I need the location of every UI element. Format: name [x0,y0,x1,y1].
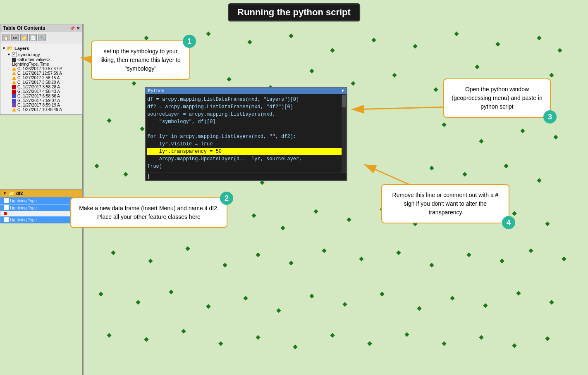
map-dot [417,306,421,311]
python-bottom-bar: | [146,173,347,180]
map-dot [545,221,550,226]
toc-symbology-layer: ▼ symbology [2,52,81,57]
python-cursor[interactable]: | [147,174,150,180]
python-line-7: lyr.visible = True [147,140,345,148]
page-title: Running the python script [237,7,351,17]
title-bar: Running the python script [228,3,360,21]
toc-layers-header: ▼ 📂 Layers [2,45,81,52]
map-dot [123,172,128,176]
python-highlighted-line: lyr.transparency = 50 [147,148,345,155]
python-content[interactable]: df = arcpy.mapping.ListDataFrames(mxd, "… [146,94,347,173]
toc-layers-label: Layers [14,46,29,51]
map-dot [94,164,99,168]
map-dot [479,335,483,339]
map-dot [144,36,148,40]
map-dot [359,256,363,261]
map-dot [495,42,500,46]
map-dot [222,263,227,267]
map-dot [557,48,562,52]
map-dot [462,172,467,176]
toc-tree: ▼ 📂 Layers ▼ symbology <all other values… [0,43,82,114]
toc-toolbar: 📋 🗂 📁 📄 🔧 [0,32,82,43]
map-dot [504,164,508,168]
callout-text-4: Remove this line or comment out with a #… [392,192,499,216]
toc-icon-4[interactable]: 📄 [29,34,37,41]
map-dot [520,128,525,133]
python-scrollbar-thumb[interactable] [342,95,346,107]
map-dot [169,290,173,294]
df2-checkbox-2[interactable] [4,205,9,210]
map-dot [218,341,223,346]
map-dot [512,211,516,216]
map-dot [380,292,384,296]
map-dot [107,333,111,337]
list-item: G, 1/27/2017 3:58:28 A [2,85,81,89]
triangle-icon-2 [12,71,16,75]
python-window[interactable]: Python ▼ df = arcpy.mapping.ListDataFram… [145,87,347,181]
map-dot [293,344,297,349]
list-item: C, 1/27/2017 10:48:49 A [2,107,81,112]
map-dot [185,246,190,251]
callout-number-2: 2 [220,192,233,205]
map-dot [549,300,554,304]
red-dot-icon [4,212,7,215]
toc-icon-2[interactable]: 🗂 [11,34,19,41]
toc-title: Table Of Contents [3,25,45,31]
map-dot [413,44,417,48]
python-line-3: sourceLayer = arcpy.mapping.ListLayers(m… [147,111,345,118]
python-line-5 [147,126,345,133]
callout-box-4: 4 Remove this line or comment out with a… [381,184,509,223]
df2-checkbox-1[interactable] [4,198,9,203]
triangle-icon-1 [12,67,16,71]
map-dot [256,252,260,257]
python-close-icon[interactable]: ▼ [341,88,344,93]
map-dot [553,135,558,139]
map-dot [206,304,210,309]
map-dot [313,209,318,214]
python-titlebar: Python ▼ [146,88,347,94]
toc-expand-icon[interactable]: ▼ [2,46,6,50]
python-title: Python [148,88,165,93]
df2-checkbox-3[interactable] [4,217,9,222]
python-scrollbar[interactable] [342,94,347,173]
python-line-10: True) [147,163,345,170]
square-icon-2 [12,90,16,94]
callout-box-3: 3 Open the python window (geoprocessing … [443,78,551,118]
map-dot [256,335,260,339]
toc-expand-icon-df2[interactable]: ▼ [3,191,7,195]
map-dot [289,261,293,265]
toc-icon-5[interactable]: 🔧 [38,34,46,41]
map-dot [276,308,281,313]
callout-box-2: 2 Make a new data frame (Insert Menu) an… [70,197,227,228]
map-dot [466,252,471,257]
toc-df2-label: df2 [16,191,23,196]
map-dot [442,341,446,346]
toc-icon-3[interactable]: 📁 [20,34,28,41]
map-dot [528,248,533,253]
map-dot [107,118,111,123]
map-dot [450,296,454,300]
map-dot [562,256,566,261]
map-dot [442,122,446,127]
toc-symbology-checkbox[interactable] [12,52,17,57]
map-dot [330,48,335,52]
triangle-icon-4 [12,81,16,84]
map-dot [500,259,504,263]
python-line-9: arcpy.mapping.UpdateLayer(d.. lyr, sourc… [147,155,345,163]
toc-icon-1[interactable]: 📋 [2,34,10,41]
map-dot [136,300,140,304]
toc-panel: Table Of Contents 📌 ✕ 📋 🗂 📁 📄 🔧 ▼ 📂 Laye… [0,24,83,115]
toc-close-icon[interactable]: ✕ [76,26,80,31]
toc-expand-icon-2[interactable]: ▼ [7,52,11,57]
toc-header: Table Of Contents 📌 ✕ [0,24,82,32]
map-dot [483,303,488,308]
list-item: G, 1/27/2017 7:59:07 A [2,98,81,103]
list-item: G, 1/27/2017 8:59:19 A [2,103,81,107]
map-dot [140,126,144,131]
toc-pin-icon[interactable]: 📌 [70,26,75,31]
python-line-6: for lyr in arcpy.mapping.ListLayers(mxd,… [147,133,345,140]
map-dot [131,81,136,85]
callout-text-2: Make a new data frame (Insert Menu) and … [79,205,219,220]
callout-box-1: 1 set up the symbology to your liking, t… [91,40,190,80]
list-item: G, 1/27/2017 6:58:56 A [2,94,81,98]
